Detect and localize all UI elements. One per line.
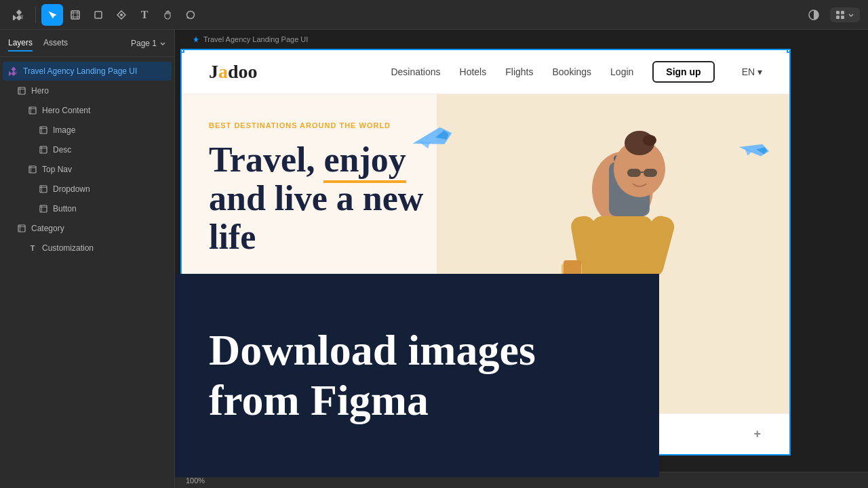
hand-tool-btn[interactable] [157, 4, 178, 26]
svg-rect-21 [18, 87, 25, 94]
layer-hero-label: Hero [31, 86, 49, 96]
svg-rect-42 [18, 225, 25, 232]
nav-login[interactable]: Login [610, 66, 633, 77]
svg-rect-33 [29, 166, 36, 173]
svg-rect-13 [836, 11, 840, 14]
overlay-text: Download images from Figma [209, 325, 536, 425]
nav-lang[interactable]: EN ▾ [742, 66, 762, 77]
tab-assets[interactable]: Assets [43, 35, 68, 52]
frame-icon-category [16, 223, 27, 234]
text-icon: T [141, 9, 149, 21]
layer-top-nav[interactable]: Top Nav [3, 160, 172, 179]
hero-tagline: BEST DESTINATIONS AROUND THE WORLD [209, 121, 458, 129]
headline-line2: and live a new [209, 179, 458, 218]
svg-rect-18 [9, 71, 12, 76]
svg-point-10 [120, 14, 123, 16]
layer-button[interactable]: Button [3, 199, 172, 218]
svg-rect-20 [14, 71, 17, 75]
layer-hero[interactable]: Hero [3, 81, 172, 100]
layer-customization[interactable]: T Customization [3, 239, 172, 258]
handle-tl[interactable] [180, 49, 184, 53]
layer-hero-content-label: Hero Content [42, 106, 90, 115]
nav-hotels[interactable]: Hotels [460, 66, 487, 77]
svg-rect-24 [29, 107, 36, 114]
canvas-area: Travel Agency Landing Page UI Jadoo Desi… [175, 30, 868, 488]
lp-logo: Jadoo [209, 61, 258, 83]
frame-icon-image [38, 125, 49, 136]
contrast-btn[interactable] [803, 4, 825, 26]
headline-line3: life [209, 218, 458, 256]
sidebar-tabs: Layers Assets Page 1 [0, 30, 174, 57]
overlay-line1: Download images [209, 325, 536, 375]
nav-bookings[interactable]: Bookings [552, 66, 591, 77]
sidebar-page[interactable]: Page 1 [131, 39, 166, 48]
frame-icon-dropdown [38, 184, 49, 195]
layers-panel: Travel Agency Landing Page UI Hero [0, 57, 174, 488]
component-icon-btn[interactable] [8, 4, 30, 26]
layer-category[interactable]: Category [3, 219, 172, 238]
layer-desc-label: Desc [53, 145, 71, 155]
frame-icon-button [38, 203, 49, 214]
tab-layers[interactable]: Layers [8, 35, 33, 52]
rect-tool-btn[interactable] [87, 4, 109, 26]
frame-label-icon [193, 36, 199, 43]
layer-hero-content[interactable]: Hero Content [3, 101, 172, 120]
page-label: Page 1 [131, 39, 157, 48]
svg-rect-9 [95, 12, 102, 18]
lp-nav-links: Desinations Hotels Flights Bookings Logi… [391, 61, 762, 83]
svg-rect-36 [40, 186, 47, 192]
svg-rect-14 [841, 11, 844, 14]
sidebar: Layers Assets Page 1 [0, 30, 175, 488]
svg-rect-16 [841, 16, 844, 19]
chevron-down-icon [159, 40, 166, 47]
layer-category-label: Category [31, 224, 64, 233]
frame-icon-hero [16, 85, 27, 96]
frame-label-area: Travel Agency Landing Page UI [193, 35, 308, 43]
svg-rect-4 [71, 11, 79, 19]
layer-button-label: Button [53, 204, 77, 214]
tools-group: T [8, 4, 201, 26]
toolbar-right [803, 4, 860, 26]
hero-headline: Travel, enjoy and live a new life [209, 140, 458, 257]
svg-rect-15 [836, 16, 840, 19]
svg-point-63 [643, 135, 656, 146]
layer-top-nav-label: Top Nav [42, 165, 72, 174]
layer-dropdown[interactable]: Dropdown [3, 180, 172, 199]
pen-tool-btn[interactable] [111, 4, 132, 26]
layer-desc[interactable]: Desc [3, 140, 172, 159]
svg-rect-3 [19, 15, 23, 19]
layer-image[interactable]: Image [3, 121, 172, 140]
nav-destinations[interactable]: Desinations [391, 66, 440, 77]
svg-rect-27 [40, 127, 47, 134]
comment-tool-btn[interactable] [180, 4, 201, 26]
nav-flights[interactable]: Flights [505, 66, 533, 77]
toolbar-divider-1 [35, 7, 36, 23]
svg-rect-1 [13, 15, 16, 20]
svg-rect-65 [644, 169, 657, 177]
signup-btn[interactable]: Sign up [652, 61, 714, 83]
text-icon-customization: T [27, 243, 38, 253]
layer-dropdown-label: Dropdown [53, 184, 90, 194]
zoom-label: 100% [186, 476, 205, 485]
frame-tool-btn[interactable] [64, 4, 86, 26]
frame-icon-desc [38, 144, 49, 155]
text-tool-btn[interactable]: T [134, 4, 155, 26]
select-tool-btn[interactable] [41, 4, 63, 26]
layer-customization-label: Customization [42, 243, 94, 253]
layer-root-label: Travel Agency Landing Page UI [23, 66, 137, 76]
zoom-control[interactable]: 100% [186, 476, 205, 485]
svg-rect-17 [11, 67, 16, 72]
svg-rect-30 [40, 146, 47, 153]
toolbar: T [0, 0, 868, 30]
svg-rect-0 [16, 9, 22, 15]
handle-tr[interactable] [787, 49, 791, 53]
main-area: Layers Assets Page 1 [0, 30, 868, 488]
svg-rect-39 [40, 205, 47, 212]
component-icon [8, 66, 19, 77]
pages-btn[interactable] [830, 7, 860, 22]
frame-label-text: Travel Agency Landing Page UI [203, 35, 308, 43]
overlay-line2: from Figma [209, 375, 536, 426]
promo-overlay: Download images from Figma [175, 274, 659, 477]
layer-image-label: Image [53, 125, 75, 135]
layer-root[interactable]: Travel Agency Landing Page UI [3, 62, 172, 81]
